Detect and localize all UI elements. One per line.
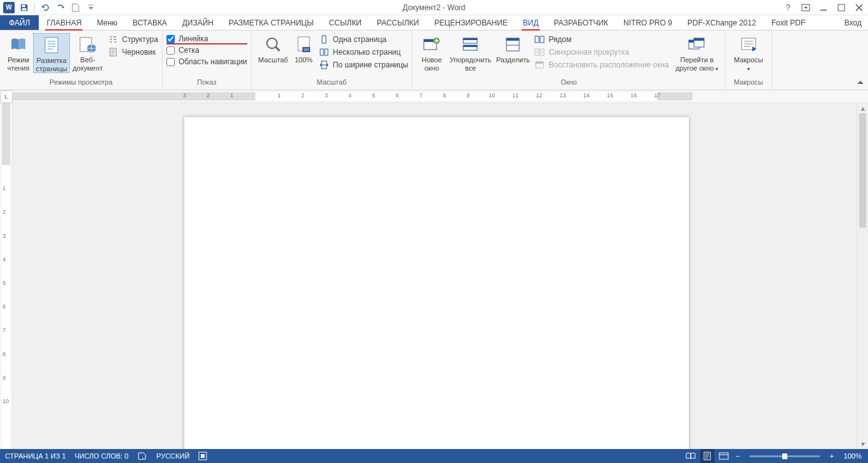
tab-home[interactable]: ГЛАВНАЯ [39,15,89,30]
read-mode-button[interactable]: Режим чтения [4,33,33,72]
status-word-count[interactable]: ЧИСЛО СЛОВ: 0 [75,452,129,460]
tab-foxit[interactable]: Foxit PDF [764,15,813,30]
tab-page-layout[interactable]: РАЗМЕТКА СТРАНИЦЫ [221,15,322,30]
macros-button[interactable]: Макросы▾ [729,33,768,72]
help-icon[interactable]: ? [782,1,794,14]
view-printlayout-icon[interactable] [700,449,714,463]
ruler-tick: 15 [607,92,613,99]
zoom-value[interactable]: 100% [844,452,862,460]
view-readmode-icon[interactable] [684,449,698,463]
app-word-icon[interactable]: W [3,1,15,14]
tab-pdfxchange[interactable]: PDF-XChange 2012 [680,15,764,30]
tab-selector[interactable]: L [0,90,13,103]
group-show: Линейка Сетка Область навигации Показ [163,31,252,90]
svg-rect-0 [22,4,25,7]
tab-mailings[interactable]: РАССЫЛКИ [369,15,426,30]
scroll-up-icon[interactable]: ▴ [857,103,868,113]
ruler-vertical[interactable]: 12345678910 [0,103,13,449]
ruler-tick: 12 [536,92,542,99]
status-language[interactable]: РУССКИЙ [156,452,189,460]
sync-scroll-button: Синхронная прокрутка [534,47,668,57]
tab-developer[interactable]: РАЗРАБОТЧИК [546,15,616,30]
window-title: Документ2 - Word [402,3,465,12]
sync-scroll-icon [534,47,545,57]
arrange-icon [460,34,480,55]
ruler-tick: 3 [3,233,6,239]
tab-design[interactable]: ДИЗАЙН [175,15,221,30]
new-window-button[interactable]: Новое окно [416,33,447,72]
switch-window-icon [687,34,707,55]
tab-references[interactable]: ССЫЛКИ [322,15,369,30]
ruler-tick: 1 [3,185,6,191]
zoom-in-button[interactable]: + [827,452,836,460]
arrange-all-button[interactable]: Упорядочить все [447,33,494,72]
split-button[interactable]: Разделить [494,33,532,64]
zoom-button[interactable]: Масштаб [255,33,291,64]
zoom-100-button[interactable]: 100 100% [291,33,316,64]
status-spellcheck[interactable] [137,452,147,460]
tab-insert[interactable]: ВСТАВКА [125,15,175,30]
multi-page-button[interactable]: Несколько страниц [319,47,409,57]
group-label: Показ [163,78,251,90]
page-width-button[interactable]: По ширине страницы [319,60,409,70]
draft-button[interactable]: Черновик [108,47,158,57]
minimize-icon[interactable] [817,1,830,14]
status-page[interactable]: СТРАНИЦА 1 ИЗ 1 [5,452,66,460]
collapse-ribbon-icon[interactable] [855,78,865,88]
outline-icon [108,34,118,45]
switch-window-button[interactable]: Перейти в другое окно ▾ [673,33,721,72]
side-by-side-button[interactable]: Рядом [534,34,668,45]
one-page-button[interactable]: Одна страница [319,34,409,45]
svg-rect-20 [463,38,477,40]
tab-nitro[interactable]: NITRO PRO 9 [616,15,680,30]
new-doc-icon[interactable] [69,1,82,14]
zoom-out-button[interactable]: − [733,452,742,460]
document-area[interactable] [13,103,857,449]
group-zoom: Масштаб 100 100% Одна страница Несколько… [252,31,413,90]
tab-menu[interactable]: Меню [89,15,125,30]
ruler-tick: 4 [3,256,6,263]
page[interactable] [184,117,689,449]
qat-customize-icon[interactable] [85,1,97,14]
outline-button[interactable]: Структура [108,34,158,45]
ruler-tick: 7 [419,92,423,99]
navpane-checkbox[interactable]: Область навигации [166,57,247,66]
undo-icon[interactable] [39,1,51,14]
scroll-track[interactable] [857,113,868,439]
web-layout-button[interactable]: Веб-документ [70,33,105,72]
tab-view[interactable]: ВИД [515,15,546,30]
ruler-tick: 13 [560,92,566,99]
view-weblayout-icon[interactable] [717,449,731,463]
ruler-horizontal[interactable]: L 3211234567891011121314151617 [0,90,868,103]
group-macros: Макросы▾ Макросы [726,31,772,90]
book-icon [8,34,29,55]
save-icon[interactable] [18,1,31,14]
label: Веб-документ [70,56,105,72]
sign-in-link[interactable]: Вход [844,15,862,30]
tab-file[interactable]: ФАЙЛ [0,15,39,30]
ruler-tick: 3 [183,92,186,99]
label: Рядом [548,35,571,44]
gridlines-checkbox[interactable]: Сетка [166,46,247,55]
ruler-checkbox[interactable]: Линейка [166,34,247,43]
label: Несколько страниц [333,48,401,57]
zoom-slider[interactable] [750,455,820,457]
close-icon[interactable] [853,1,865,14]
zoom-knob[interactable] [782,453,787,459]
ruler-tick: 4 [348,92,351,99]
svg-rect-13 [320,49,323,55]
reset-window-icon [534,60,545,70]
ribbon-display-icon[interactable] [799,1,812,14]
redo-icon[interactable] [54,1,67,14]
maximize-icon[interactable] [835,1,848,14]
status-macro-icon[interactable] [198,452,207,460]
svg-rect-30 [536,62,543,64]
scroll-down-icon[interactable]: ▾ [857,439,868,449]
tab-review[interactable]: РЕЦЕНЗИРОВАНИЕ [426,15,515,30]
svg-rect-14 [325,49,328,55]
svg-text:100: 100 [304,48,309,52]
print-layout-button[interactable]: Разметка страницы [33,33,70,73]
scroll-thumb[interactable] [859,113,866,228]
vertical-scrollbar[interactable]: ▴ ▾ [857,103,868,449]
ruler-tick: 7 [3,327,6,333]
